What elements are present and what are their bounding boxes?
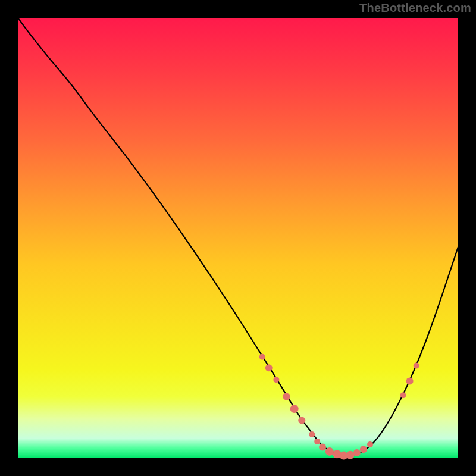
data-point xyxy=(367,441,373,447)
data-point xyxy=(283,393,290,400)
data-point xyxy=(353,449,361,456)
data-point xyxy=(273,377,279,383)
data-point xyxy=(259,354,265,360)
chart-data-points xyxy=(259,354,419,460)
chart-curve xyxy=(18,18,458,456)
watermark-text: TheBottleneck.com xyxy=(359,1,471,15)
data-point xyxy=(309,431,315,437)
chart-plot-area xyxy=(18,18,458,458)
data-point xyxy=(346,451,355,459)
data-point xyxy=(290,405,299,413)
data-point xyxy=(414,363,419,369)
data-point xyxy=(400,392,406,398)
data-point xyxy=(314,439,320,444)
data-point xyxy=(319,444,326,451)
data-point xyxy=(265,364,273,371)
data-point xyxy=(325,447,334,456)
chart-svg xyxy=(18,18,458,458)
data-point xyxy=(406,378,414,385)
data-point xyxy=(298,416,305,424)
data-point xyxy=(360,446,367,453)
